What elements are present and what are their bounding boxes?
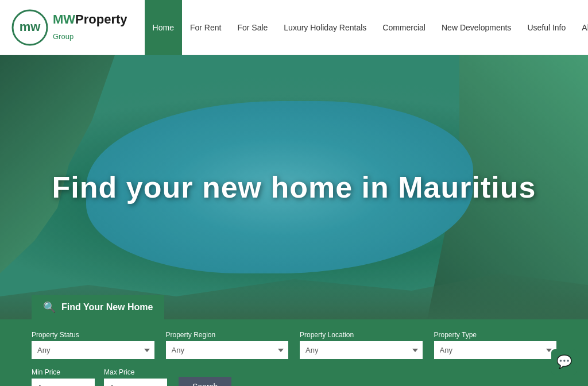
search-tab-area: 🔍 Find Your New Home bbox=[32, 295, 164, 319]
logo-text: MWProperty Group bbox=[53, 12, 127, 43]
property-type-select[interactable]: Any Apartment Villa House Land bbox=[434, 341, 557, 359]
max-price-field: Max Price Any 100,000 500,000 1,000,000 bbox=[104, 368, 167, 386]
search-icon: 🔍 bbox=[43, 301, 56, 314]
nav-home[interactable]: Home bbox=[145, 0, 182, 55]
property-status-select[interactable]: Any For Rent For Sale bbox=[32, 341, 154, 359]
search-tab[interactable]: 🔍 Find Your New Home bbox=[32, 295, 164, 319]
chat-icon: 💬 bbox=[556, 354, 572, 369]
min-price-field: Min Price Any 10,000 50,000 100,000 bbox=[32, 368, 95, 386]
search-row-1: Property Status Any For Rent For Sale Pr… bbox=[32, 331, 556, 359]
property-status-field: Property Status Any For Rent For Sale bbox=[32, 331, 154, 359]
property-region-select[interactable]: Any North South East West bbox=[166, 341, 289, 359]
logo-icon: mw bbox=[11, 9, 48, 46]
search-form: Property Status Any For Rent For Sale Pr… bbox=[0, 319, 588, 386]
search-row-2: Min Price Any 10,000 50,000 100,000 Max … bbox=[32, 368, 556, 386]
svg-text:mw: mw bbox=[20, 20, 41, 34]
hero-title: Find your new home in Mauritius bbox=[52, 170, 536, 204]
search-tab-label: Find Your New Home bbox=[61, 302, 153, 312]
nav-about[interactable]: About bbox=[574, 0, 588, 55]
max-price-select[interactable]: Any 100,000 500,000 1,000,000 bbox=[104, 379, 167, 386]
nav-for-rent[interactable]: For Rent bbox=[182, 0, 229, 55]
hero-section: Find your new home in Mauritius 🔍 Find Y… bbox=[0, 55, 588, 319]
nav-useful-info[interactable]: Useful Info bbox=[519, 0, 574, 55]
logo[interactable]: mw MWProperty Group bbox=[11, 9, 127, 46]
max-price-label: Max Price bbox=[104, 368, 167, 376]
nav-new-developments[interactable]: New Developments bbox=[434, 0, 519, 55]
search-button[interactable]: Search bbox=[179, 377, 231, 386]
property-type-field: Property Type Any Apartment Villa House … bbox=[434, 331, 557, 359]
property-type-label: Property Type bbox=[434, 331, 557, 339]
min-price-label: Min Price bbox=[32, 368, 95, 376]
nav-commercial[interactable]: Commercial bbox=[374, 0, 434, 55]
min-price-select[interactable]: Any 10,000 50,000 100,000 bbox=[32, 379, 95, 386]
chat-button[interactable]: 💬 bbox=[551, 349, 577, 375]
property-location-select[interactable]: Any Grand Baie Flic en Flac Tamarin bbox=[300, 341, 423, 359]
nav-for-sale[interactable]: For Sale bbox=[229, 0, 276, 55]
nav-luxury-holiday[interactable]: Luxury Holiday Rentals bbox=[276, 0, 374, 55]
property-status-label: Property Status bbox=[32, 331, 154, 339]
property-location-label: Property Location bbox=[300, 331, 423, 339]
property-location-field: Property Location Any Grand Baie Flic en… bbox=[300, 331, 423, 359]
property-region-field: Property Region Any North South East Wes… bbox=[166, 331, 289, 359]
property-region-label: Property Region bbox=[166, 331, 289, 339]
header: mw MWProperty Group Home For Rent For Sa… bbox=[0, 0, 588, 55]
main-nav: Home For Rent For Sale Luxury Holiday Re… bbox=[145, 0, 588, 55]
